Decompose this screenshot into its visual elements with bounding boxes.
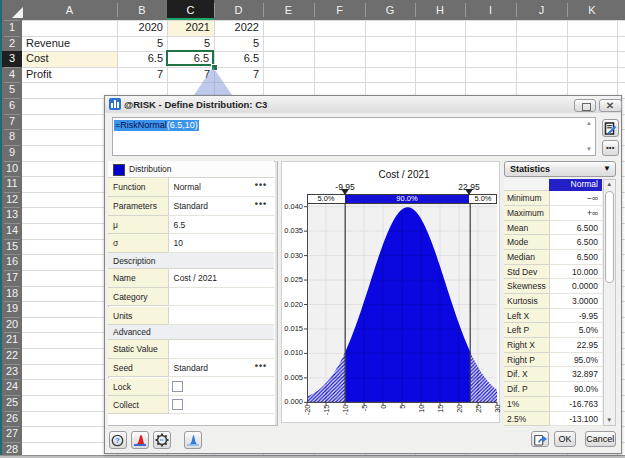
svg-text:?: ? <box>115 436 120 445</box>
